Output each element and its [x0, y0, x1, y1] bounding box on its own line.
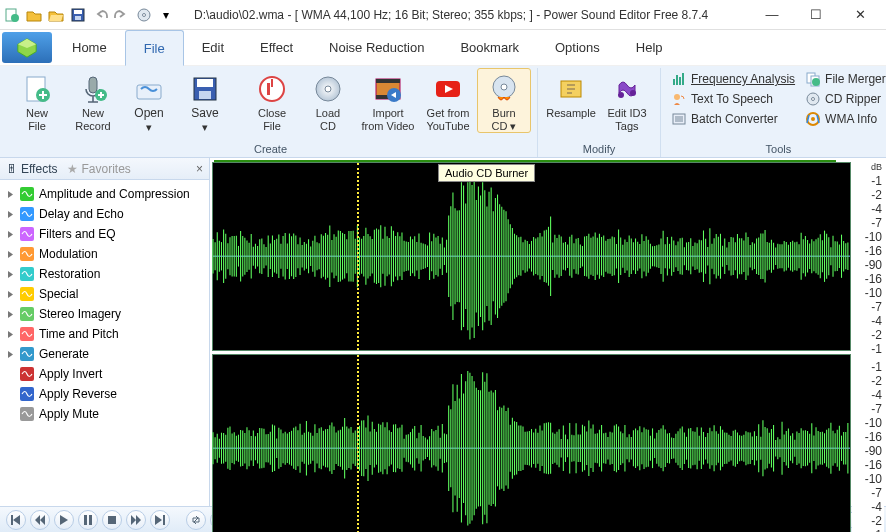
ribbon-group-label: Create: [10, 142, 531, 157]
frequency-analysis-button[interactable]: Frequency Analysis: [667, 70, 799, 88]
burn-cd-button[interactable]: BurnCD ▾: [477, 68, 531, 133]
tab-file[interactable]: File: [125, 30, 184, 66]
sidebar-tab-favorites[interactable]: ★Favorites: [67, 162, 130, 176]
cd-ripper-button[interactable]: CD Ripper: [801, 90, 886, 108]
undo-icon[interactable]: [92, 7, 108, 23]
tab-bookmark[interactable]: Bookmark: [442, 30, 537, 65]
forward-button[interactable]: [126, 510, 146, 530]
db-tick: -90: [852, 444, 882, 458]
skip-start-button[interactable]: [6, 510, 26, 530]
new-icon[interactable]: [4, 7, 20, 23]
wma-info-button[interactable]: WMA Info: [801, 110, 886, 128]
menubar: Home File Edit Effect Noise Reduction Bo…: [0, 30, 886, 66]
stop-button[interactable]: [102, 510, 122, 530]
minimize-button[interactable]: —: [750, 1, 794, 29]
svg-point-43: [811, 117, 815, 121]
tab-options[interactable]: Options: [537, 30, 618, 65]
db-tick: -7: [852, 300, 882, 314]
ribbon-group-modify: Resample Edit ID3Tags Modify: [538, 68, 661, 157]
tree-item[interactable]: Stereo Imagery: [2, 304, 207, 324]
loop-button[interactable]: [186, 510, 206, 530]
tree-item[interactable]: Delay and Echo: [2, 204, 207, 224]
expand-icon: [6, 310, 15, 319]
ribbon-group-label: Modify: [544, 142, 654, 157]
new-record-button[interactable]: NewRecord: [66, 68, 120, 133]
db-tick: -4: [852, 500, 882, 514]
db-tick: -2: [852, 374, 882, 388]
tab-home[interactable]: Home: [54, 30, 125, 65]
app-button[interactable]: [2, 32, 52, 63]
svg-point-6: [143, 13, 146, 16]
db-tick: -4: [852, 388, 882, 402]
pause-button[interactable]: [78, 510, 98, 530]
save-button[interactable]: Save▾: [178, 68, 232, 134]
waveform-left-channel[interactable]: [212, 162, 851, 351]
tree-item[interactable]: Amplitude and Compression: [2, 184, 207, 204]
rewind-button[interactable]: [30, 510, 50, 530]
ribbon-group-create: NewFile NewRecord Open▾ Save▾ CloseFile …: [4, 68, 538, 157]
tree-item-label: Delay and Echo: [39, 207, 124, 221]
leaf-icon: [6, 390, 15, 399]
db-tick: -4: [852, 202, 882, 216]
db-tick: -10: [852, 472, 882, 486]
db-tick: -1: [852, 528, 882, 532]
tab-noise-reduction[interactable]: Noise Reduction: [311, 30, 442, 65]
svg-rect-11: [89, 77, 97, 93]
tree-item[interactable]: Restoration: [2, 264, 207, 284]
resample-button[interactable]: Resample: [544, 68, 598, 121]
sidebar-close-button[interactable]: ×: [190, 162, 209, 176]
play-button[interactable]: [54, 510, 74, 530]
tree-item[interactable]: Filters and EQ: [2, 224, 207, 244]
open-button[interactable]: Open▾: [122, 68, 176, 134]
svg-rect-4: [75, 16, 81, 20]
tree-item[interactable]: Generate: [2, 344, 207, 364]
tab-help[interactable]: Help: [618, 30, 681, 65]
svg-point-29: [618, 92, 624, 98]
import-video-button[interactable]: Importfrom Video: [357, 68, 419, 133]
tree-item[interactable]: Apply Invert: [2, 364, 207, 384]
open2-icon[interactable]: [48, 7, 64, 23]
svg-rect-659: [89, 515, 92, 525]
qat-dropdown-icon[interactable]: ▾: [158, 7, 174, 23]
tree-item-label: Restoration: [39, 267, 100, 281]
db-tick: -7: [852, 216, 882, 230]
tab-effect[interactable]: Effect: [242, 30, 311, 65]
svg-point-41: [812, 98, 815, 101]
get-youtube-button[interactable]: Get fromYouTube: [421, 68, 475, 133]
svg-rect-34: [682, 73, 684, 85]
leaf-icon: [6, 410, 15, 419]
maximize-button[interactable]: ☐: [794, 1, 838, 29]
effect-icon: [19, 186, 35, 202]
text-to-speech-button[interactable]: Text To Speech: [667, 90, 799, 108]
svg-rect-16: [199, 91, 211, 99]
titlebar: ▾ D:\audio\02.wma - [ WMA 44,100 Hz; 16 …: [0, 0, 886, 30]
close-button[interactable]: ✕: [838, 1, 882, 29]
cd-icon[interactable]: [136, 7, 152, 23]
save-icon[interactable]: [70, 7, 86, 23]
tree-item-label: Apply Invert: [39, 367, 102, 381]
file-merger-button[interactable]: File Merger: [801, 70, 886, 88]
tree-item[interactable]: Apply Reverse: [2, 384, 207, 404]
redo-icon[interactable]: [114, 7, 130, 23]
skip-end-button[interactable]: [150, 510, 170, 530]
db-tick: -16: [852, 272, 882, 286]
open-icon[interactable]: [26, 7, 42, 23]
effects-icon: 🎚: [6, 162, 18, 176]
tree-item[interactable]: Apply Mute: [2, 404, 207, 424]
new-file-button[interactable]: NewFile: [10, 68, 64, 133]
svg-rect-31: [673, 79, 675, 85]
load-cd-button[interactable]: LoadCD: [301, 68, 355, 133]
tree-item[interactable]: Modulation: [2, 244, 207, 264]
svg-rect-15: [197, 79, 213, 87]
close-file-button[interactable]: CloseFile: [245, 68, 299, 133]
tree-item[interactable]: Time and Pitch: [2, 324, 207, 344]
tree-item-label: Stereo Imagery: [39, 307, 121, 321]
svg-point-30: [630, 90, 636, 96]
sidebar-tab-effects[interactable]: 🎚Effects: [6, 162, 57, 176]
tree-item[interactable]: Special: [2, 284, 207, 304]
db-tick: -2: [852, 514, 882, 528]
tab-edit[interactable]: Edit: [184, 30, 242, 65]
waveform-right-channel[interactable]: [212, 354, 851, 533]
batch-converter-button[interactable]: Batch Converter: [667, 110, 799, 128]
edit-id3-button[interactable]: Edit ID3Tags: [600, 68, 654, 133]
